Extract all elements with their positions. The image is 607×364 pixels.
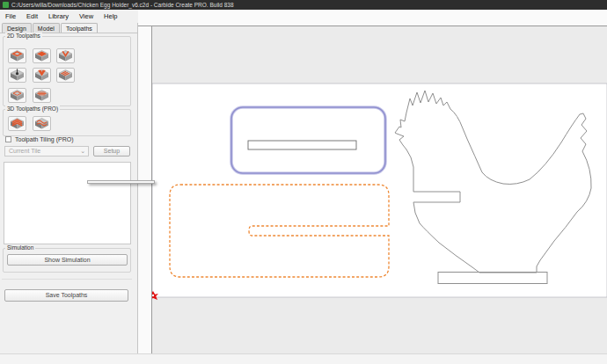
group-2d-title: 2D Toolpaths [5, 33, 42, 39]
vertical-ruler [138, 26, 152, 353]
stock-area [152, 84, 607, 297]
toolpath-tiling-row: Toolpath Tiling (PRO) [5, 136, 74, 143]
menu-edit[interactable]: Edit [21, 10, 43, 23]
save-toolpaths-button[interactable]: Save Toolpaths [4, 289, 128, 302]
toolpath-context-menu [87, 180, 155, 184]
application-window: C:/Users/willa/Downloads/Chicken Egg Hol… [0, 0, 607, 364]
menu-bar: FileEditLibraryViewHelp [0, 10, 138, 23]
title-bar: C:/Users/willa/Downloads/Chicken Egg Hol… [0, 0, 607, 10]
current-tile-dropdown[interactable]: Current Tile ⌄ [4, 146, 89, 157]
chevron-down-icon: ⌄ [80, 147, 85, 156]
menu-help[interactable]: Help [99, 10, 122, 23]
texture-toolpath-icon[interactable] [56, 68, 75, 83]
drill-toolpath-icon[interactable] [8, 68, 26, 83]
contour-toolpath-icon[interactable] [8, 48, 26, 63]
panel-divider [2, 279, 132, 280]
app-icon [3, 2, 9, 8]
simulation-title: Simulation [5, 244, 35, 251]
group-simulation: Show Simulation [3, 248, 131, 273]
finish-3d-toolpath-icon[interactable] [33, 116, 51, 131]
window-title: C:/Users/willa/Downloads/Chicken Egg Hol… [11, 2, 234, 8]
pocket-toolpath-icon[interactable] [33, 48, 51, 63]
group-2d-toolpaths [3, 36, 131, 106]
horizontal-ruler [138, 10, 607, 26]
engrave-toolpath-icon[interactable] [8, 88, 26, 103]
menu-file[interactable]: File [0, 10, 21, 23]
rough-3d-toolpath-icon[interactable] [8, 116, 26, 131]
vcarve-toolpath-icon[interactable] [56, 48, 75, 63]
design-canvas[interactable] [152, 26, 607, 353]
toolpath-tree[interactable] [4, 162, 131, 244]
group-3d-title: 3D Toolpaths (PRO) [5, 106, 60, 112]
group-3d-toolpaths [3, 109, 131, 136]
show-simulation-button[interactable]: Show Simulation [7, 254, 128, 266]
current-tile-value: Current Tile [9, 148, 40, 154]
menu-view[interactable]: View [74, 10, 99, 23]
toolpath-side-panel: DesignModelToolpaths 2D Toolpaths 3D Too… [0, 23, 138, 353]
setup-button[interactable]: Setup [93, 146, 130, 157]
toolpath-tiling-label: Toolpath Tiling (PRO) [15, 136, 74, 142]
bottom-scrollbar-area[interactable] [0, 353, 607, 364]
keyhole-toolpath-icon[interactable] [33, 88, 51, 103]
toolpath-tiling-checkbox[interactable] [5, 136, 11, 142]
advanced-vcarve-toolpath-icon[interactable] [33, 68, 51, 83]
menu-library[interactable]: Library [43, 10, 74, 23]
